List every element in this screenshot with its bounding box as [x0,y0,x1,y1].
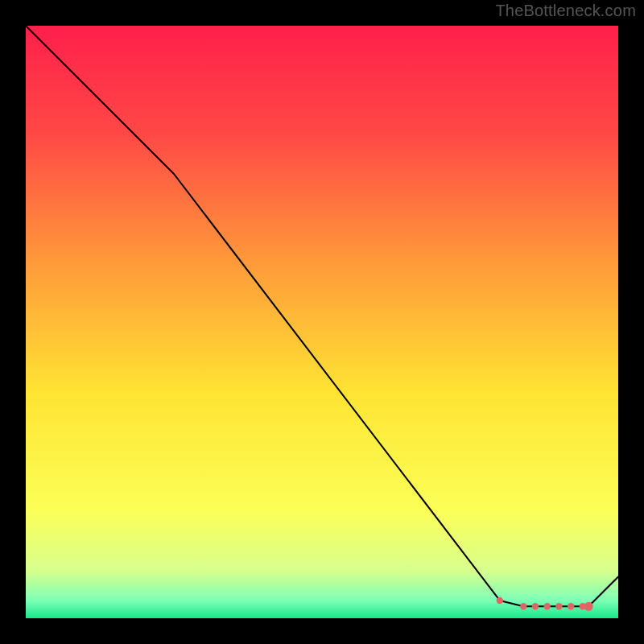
dotted-point [520,603,526,609]
plot-area [26,26,618,618]
dotted-point [568,603,574,609]
dotted-point [497,597,503,604]
chart-frame: TheBottleneck.com [0,0,644,644]
marker-dot [584,602,593,611]
dotted-point [555,603,562,609]
dotted-point [543,603,550,609]
dotted-point [532,603,539,609]
attribution-text: TheBottleneck.com [495,2,636,20]
chart-svg [26,26,618,618]
